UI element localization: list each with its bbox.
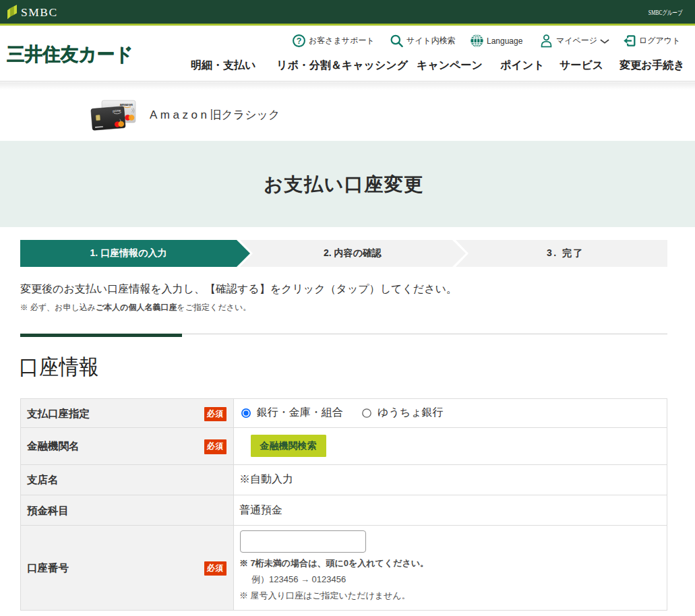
svg-text:amazon: amazon xyxy=(120,102,133,106)
svg-text:prime: prime xyxy=(113,109,121,113)
svg-text:?: ? xyxy=(297,36,302,46)
